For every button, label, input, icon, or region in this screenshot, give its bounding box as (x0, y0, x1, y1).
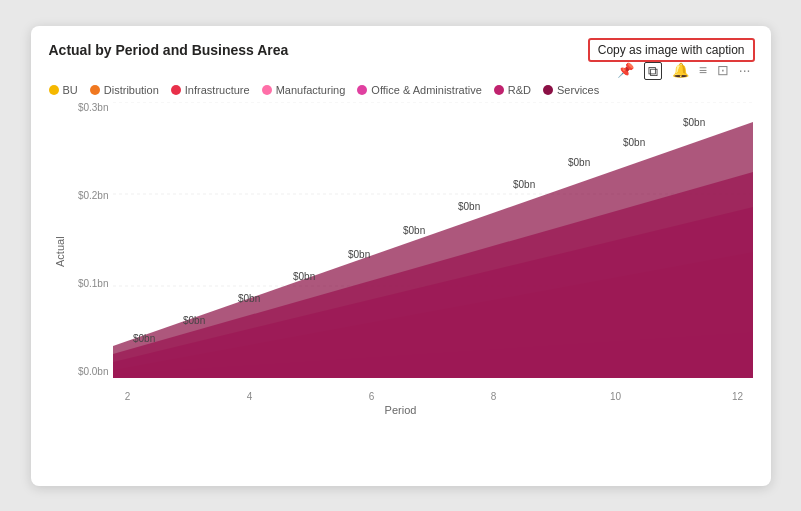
y-tick: $0.0bn (67, 366, 113, 377)
more-icon[interactable]: ··· (739, 62, 751, 80)
y-tick: $0.2bn (67, 190, 113, 201)
legend-item: R&D (494, 84, 531, 96)
chart-inner: $0.3bn$0.2bn$0.1bn$0.0bn (67, 102, 753, 402)
x-tick: 6 (357, 391, 387, 402)
copy-caption-badge[interactable]: Copy as image with caption (588, 38, 755, 62)
export-icon[interactable]: ⊡ (717, 62, 729, 80)
svg-text:$0bn: $0bn (568, 157, 590, 168)
chart-card: Copy as image with caption Actual by Per… (31, 26, 771, 486)
x-axis-label: Period (49, 404, 753, 416)
svg-marker-10 (113, 122, 753, 378)
legend-item: BU (49, 84, 78, 96)
x-tick: 2 (113, 391, 143, 402)
x-tick: 8 (479, 391, 509, 402)
y-tick: $0.1bn (67, 278, 113, 289)
svg-text:$0bn: $0bn (623, 137, 645, 148)
svg-text:$0bn: $0bn (293, 271, 315, 282)
chart-legend: BUDistributionInfrastructureManufacturin… (49, 84, 753, 96)
pin-icon[interactable]: 📌 (617, 62, 634, 80)
area-chart-svg: $0bn $0bn $0bn $0bn $0bn $0bn $0bn $0bn … (113, 102, 753, 378)
legend-item: Distribution (90, 84, 159, 96)
x-tick: 4 (235, 391, 265, 402)
legend-item: Services (543, 84, 599, 96)
svg-text:$0bn: $0bn (513, 179, 535, 190)
y-ticks: $0.3bn$0.2bn$0.1bn$0.0bn (67, 102, 113, 378)
copy-icon[interactable]: ⧉ (644, 62, 662, 80)
svg-text:$0bn: $0bn (183, 315, 205, 326)
x-tick: 10 (601, 391, 631, 402)
bell-icon[interactable]: 🔔 (672, 62, 689, 80)
svg-text:$0bn: $0bn (238, 293, 260, 304)
legend-item: Manufacturing (262, 84, 346, 96)
svg-text:$0bn: $0bn (403, 225, 425, 236)
svg-text:$0bn: $0bn (133, 333, 155, 344)
chart-area: Actual $0.3bn$0.2bn$0.1bn$0.0bn (49, 102, 753, 402)
legend-item: Infrastructure (171, 84, 250, 96)
svg-text:$0bn: $0bn (348, 249, 370, 260)
toolbar: Copy as image with caption (588, 38, 755, 62)
svg-text:$0bn: $0bn (458, 201, 480, 212)
x-tick: 12 (723, 391, 753, 402)
svg-text:$0bn: $0bn (683, 117, 705, 128)
y-tick: $0.3bn (67, 102, 113, 113)
x-axis: 24681012 (113, 378, 753, 402)
y-axis-label: Actual (49, 102, 67, 402)
legend-item: Office & Administrative (357, 84, 481, 96)
filter-icon[interactable]: ≡ (699, 62, 707, 80)
